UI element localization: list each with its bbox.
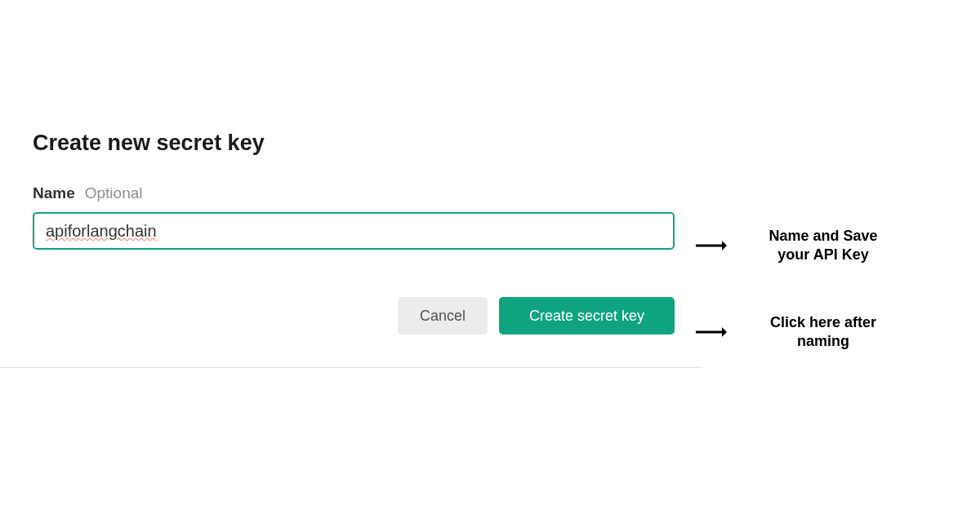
dialog-bottom-edge (0, 367, 702, 372)
dialog-title: Create new secret key (33, 131, 678, 156)
field-label-row: Name Optional (33, 184, 678, 202)
annotation-name-key: Name and Save your API Key (694, 227, 905, 265)
name-label: Name (33, 184, 75, 202)
arrow-icon (694, 324, 727, 340)
svg-marker-1 (722, 241, 727, 250)
annotation-text: Name and Save your API Key (742, 227, 905, 265)
svg-marker-3 (722, 327, 727, 337)
cancel-button[interactable]: Cancel (398, 297, 488, 335)
dialog-buttons: Cancel Create secret key (33, 297, 675, 335)
name-optional-hint: Optional (85, 184, 143, 202)
create-secret-key-dialog: Create new secret key Name Optional Canc… (8, 106, 702, 351)
arrow-icon (694, 237, 727, 254)
annotation-click-here: Click here after naming (694, 313, 905, 352)
key-name-input[interactable] (33, 212, 675, 250)
annotation-text: Click here after naming (742, 313, 905, 352)
create-secret-key-button[interactable]: Create secret key (499, 297, 675, 335)
